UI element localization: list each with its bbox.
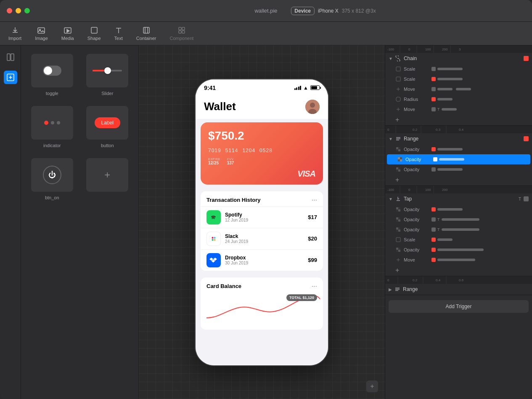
svg-rect-0 [38,28,45,33]
spotify-name: Spotify [225,212,304,218]
component-item-btn-on[interactable]: ⏻ btn_on [24,153,80,205]
sidebar-add-icon[interactable] [4,71,17,84]
svg-rect-31 [396,67,400,71]
slack-icon [206,232,221,246]
opacity-bar-2 [433,157,527,161]
slider-preview [86,54,128,87]
range-add-row[interactable]: + [385,174,532,185]
card-expire-group: EXPIRE 12/25 [208,158,220,165]
opacity-label-1: Opacity [404,147,429,152]
tap-add-row[interactable]: + [385,265,532,276]
component-item-slider[interactable]: Slider [80,49,135,101]
signal-bar-1 [294,88,296,90]
total-label: TOTAL [289,296,302,300]
import-tool[interactable]: Import [8,26,21,41]
component-tool[interactable]: Component [169,26,193,41]
transaction-slack[interactable]: Slack 24 Jun 2019 $20 [201,228,323,249]
iphone-screen: 9:41 ▲ [196,79,328,365]
close-button[interactable] [7,8,12,13]
component-item-button[interactable]: Label button [80,101,135,153]
media-tool[interactable]: Media [61,26,74,41]
range-collapse-icon: ▼ [389,137,393,141]
total-value: $1,120 [302,296,314,300]
svg-text:0: 0 [387,278,389,282]
minimize-button[interactable] [16,8,21,13]
card-brand: VISA [297,169,315,179]
slack-date: 24 Jun 2019 [225,239,304,244]
transaction-dropbox[interactable]: Dropbox 30 Jun 2019 $99 [201,249,323,271]
range-group: ▼ Range [385,133,532,186]
image-tool[interactable]: Image [35,26,48,41]
svg-rect-78 [396,250,398,252]
svg-rect-33 [396,97,400,101]
container-label: Container [136,36,156,41]
canvas-area[interactable]: 9:41 ▲ [139,45,385,399]
svg-text:0.4: 0.4 [459,128,464,132]
chain-header[interactable]: ▼ Chain [385,53,532,64]
scale-row-1: Scale [385,64,532,74]
range2-ruler-svg: 0 0.2 0.4 0.6 [385,276,532,284]
tap-scale-bar [431,238,529,242]
move-bar-1 [431,87,529,91]
svg-text:200: 200 [442,188,448,192]
tap-header[interactable]: ▼ Tap T [385,193,532,204]
plus-preview: + [86,158,128,192]
tap-move-bar-fill [437,259,475,261]
svg-rect-16 [212,237,214,238]
maximize-button[interactable] [24,8,30,13]
chain-add-row[interactable]: + [385,114,532,125]
signal-bar-4 [300,86,301,90]
tap-grid-3 [396,227,400,232]
tap-t-label-3: T [437,227,440,232]
tap-title: Tap [404,196,514,202]
opacity-ind-2 [433,157,437,161]
tap-opacity-ind-4 [431,248,436,252]
card-amount: $750.2 [208,129,315,143]
component-button-label: button [101,143,114,148]
wifi-icon: ▲ [303,85,308,91]
sidebar-panels-icon[interactable] [4,50,17,64]
card-num-4: 0528 [259,148,273,153]
scale-ind-1 [431,67,436,71]
move-ind-1 [431,87,436,91]
add-trigger-button[interactable]: Add Trigger [389,300,529,313]
device-selector[interactable]: Device iPhone X 375 x 812 @3x [291,7,376,15]
svg-text:0: 0 [408,188,410,192]
range2-header[interactable]: ▶ Range [385,284,532,295]
opacity-bar-fill-2 [439,158,464,161]
transaction-title: Transacation History [206,197,261,203]
svg-rect-51 [398,169,400,172]
transaction-spotify[interactable]: Spotify 12 Jun 2019 $17 [201,206,323,228]
device-name: iPhone X [318,8,339,14]
tap-opacity-label-1: Opacity [404,207,429,212]
tap-scale-bar-fill [437,238,453,241]
svg-rect-10 [11,54,14,61]
opacity-row-2[interactable]: Opacity [387,154,530,164]
range2-icon [394,286,400,292]
component-panel: toggle Slider [21,45,139,399]
component-item-toggle[interactable]: toggle [24,49,80,101]
tap-opacity-ind-3 [431,227,436,232]
tap-grid-2 [396,217,400,222]
radius-icon [395,96,401,102]
svg-rect-54 [385,186,532,193]
dropbox-date: 30 Jun 2019 [225,261,304,265]
transaction-more[interactable]: ··· [312,196,317,204]
scale-bar-fill-2 [437,78,463,80]
app-header: Wallet [196,96,328,119]
component-item-indicator[interactable]: indicator [24,101,80,153]
canvas-add-button[interactable]: + [366,381,378,392]
signal-bars [294,86,302,90]
shape-tool[interactable]: Shape [87,26,101,41]
text-tool[interactable]: Text [114,26,123,41]
opacity-bar-fill-1 [437,148,463,151]
balance-more[interactable]: ··· [312,283,317,290]
range-header[interactable]: ▼ Range [385,133,532,144]
container-tool[interactable]: Container [136,26,156,41]
tap-opacity-bar-fill-1 [437,208,463,211]
range2-collapse-icon: ▶ [389,287,392,292]
component-item-plus[interactable]: + [80,153,135,205]
move-label-1: Move [404,87,429,92]
tap-opacity-label-4: Opacity [404,247,429,252]
svg-text:-100: -100 [387,48,394,51]
